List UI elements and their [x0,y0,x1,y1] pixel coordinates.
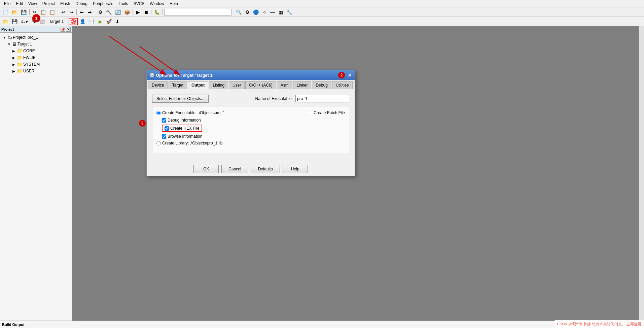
target-options-btn[interactable]: 🎯 [69,18,78,25]
browse-info-label[interactable]: Browse Information [162,134,202,139]
tree-fwlib[interactable]: ▶ 📁 FWLIB [1,54,71,61]
search-btn[interactable]: 🔍 [235,8,243,16]
dialog-titlebar: 🪟 Options for Target 'Target 1' 2 ✕ [147,70,355,80]
extra-btn3[interactable]: — [269,8,276,16]
undo-btn[interactable]: ↩ [60,8,67,16]
browse-info-row: Browse Information [162,134,345,139]
help-btn[interactable]: Help [283,165,308,173]
create-batch-check[interactable] [308,111,312,115]
tab-device[interactable]: Device [148,81,168,89]
load2-btn[interactable]: 💾 [10,18,19,25]
open-btn[interactable]: 📂 [10,8,19,16]
expand-user[interactable]: ▶ [11,69,16,73]
exec-name-input[interactable] [295,95,349,102]
csdn-link[interactable]: 立即查看 [627,322,641,326]
menu-help[interactable]: Help [167,1,181,7]
toolbar1: 📄 📂 💾 ✂ 📋 📋 ↩ ↪ ⬅ ➡ ⚙ 🔨 🔄 📦 ▶ ⏹ 🐛 🔍 ⚙ 🔵 … [0,7,644,17]
compile-btn[interactable]: ⚙ [97,8,104,16]
tree-system[interactable]: ▶ 📁 SYSTEM [1,61,71,68]
expand-system[interactable]: ▶ [11,63,16,66]
tab-linker[interactable]: Linker [293,81,312,89]
tab-target[interactable]: Target [169,81,187,89]
next-btn[interactable]: ➡ [86,8,94,16]
run-btn[interactable]: ▶ [134,8,142,16]
menu-peripherals[interactable]: Peripherals [90,1,116,7]
user-label: USER [23,69,34,73]
tree-target[interactable]: ▼ 🖥 Target 1 [1,41,71,47]
dropdown-btn[interactable]: 🗂▾ [20,18,29,25]
translate-btn[interactable]: 📑 [87,18,96,25]
copy-btn[interactable]: 📋 [39,8,47,16]
debug-btn[interactable]: 🐛 [153,8,161,16]
ok-btn[interactable]: OK [193,165,219,173]
dialog-close-btn[interactable]: ✕ [348,72,352,78]
manage-btn[interactable]: 👤 [78,18,87,25]
redo-btn[interactable]: ↪ [68,8,75,16]
select-folder-btn[interactable]: Select Folder for Objects... [152,95,209,103]
prev-btn[interactable]: ⬅ [78,8,85,16]
config-btn[interactable]: ⚙ [244,8,251,16]
menu-tools[interactable]: Tools [116,1,131,7]
save-btn[interactable]: 💾 [20,8,28,16]
tab-cpp[interactable]: C/C++ (AC6) [245,81,276,89]
hex-file-label[interactable]: Create HEX File [162,125,202,132]
debug-info-label[interactable]: Debug Information [162,118,201,123]
extra-btn1[interactable]: 🔵 [252,8,260,16]
menu-edit[interactable]: Edit [13,1,26,7]
expand-target[interactable]: ▼ [7,42,11,46]
create-lib-label[interactable]: Create Library: .\Objects\pro_1.lib [156,141,222,145]
new-btn[interactable]: 📄 [1,8,10,16]
menu-file[interactable]: File [1,1,13,7]
menu-flash[interactable]: Flash [58,1,73,7]
csdn-text: 您有15条订阅消息。 [592,322,625,326]
extra-btn2[interactable]: ○ [261,8,268,16]
expand-core[interactable]: ▶ [11,49,16,53]
sep8 [233,9,233,15]
build-output-bar: Build Output 📌 ✕ [0,321,644,328]
menu-debug[interactable]: Debug [73,1,90,7]
tree-core[interactable]: ▶ 📁 CORE [1,47,71,54]
debug-info-check[interactable] [162,118,166,123]
stop-btn[interactable]: ⏹ [142,8,150,16]
download-btn[interactable]: ⬇ [114,18,121,25]
expand-project[interactable]: ▼ [2,36,7,39]
scrollbar[interactable] [639,26,644,321]
cancel-btn[interactable]: Cancel [221,165,248,173]
close-panel-btn[interactable]: ✕ [66,27,71,32]
hex-file-text: Create HEX File [170,126,200,131]
create-lib-row: Create Library: .\Objects\pro_1.lib [156,141,345,145]
batch-btn[interactable]: 📦 [123,8,131,16]
tab-output[interactable]: Output [188,81,208,89]
menu-window[interactable]: Window [147,1,167,7]
paste-btn[interactable]: 📋 [48,8,57,16]
browse-info-check[interactable] [162,134,166,139]
tab-utilities[interactable]: Utilities [332,81,353,89]
hex-file-check[interactable] [165,126,169,131]
load-btn[interactable]: 📁 [1,18,10,25]
csdn-watermark: CSDN @紫华加梦静 您有15条订阅消息。 立即查看 [554,320,644,328]
create-lib-radio[interactable] [156,141,161,145]
create-exec-label[interactable]: Create Executable: .\Objects\pro_1 [156,110,225,115]
create-batch-label[interactable]: Create Batch File [308,110,345,115]
tab-asm[interactable]: Asm [277,81,292,89]
tab-listing[interactable]: Listing [209,81,228,89]
tab-user[interactable]: User [229,81,245,89]
tree-user[interactable]: ▶ 📁 USER [1,68,71,74]
build-btn[interactable]: 🔨 [105,8,113,16]
menu-view[interactable]: View [26,1,40,7]
run2-btn[interactable]: 🚀 [105,18,113,25]
defaults-btn[interactable]: Defaults [251,165,280,173]
tree-project[interactable]: ▼ 🗂 Project: pro_1 [1,34,71,41]
tab-debug[interactable]: Debug [312,81,331,89]
menu-svcs[interactable]: SVCS [131,1,147,7]
tools-btn[interactable]: 🔧 [285,8,293,16]
view-btn[interactable]: ▦ [277,8,284,16]
pin-btn[interactable]: 📌 [61,27,65,32]
rebuild-btn[interactable]: 🔄 [114,8,122,16]
menu-project[interactable]: Project [40,1,58,7]
main-layout: Project 📌 ✕ ▼ 🗂 Project: pro_1 ▼ [0,26,644,321]
expand-fwlib[interactable]: ▶ [11,56,16,60]
build2-btn[interactable]: ▶ [97,18,104,25]
dialog-footer: OK Cancel Defaults Help [147,162,355,176]
create-exec-radio[interactable] [156,111,161,115]
